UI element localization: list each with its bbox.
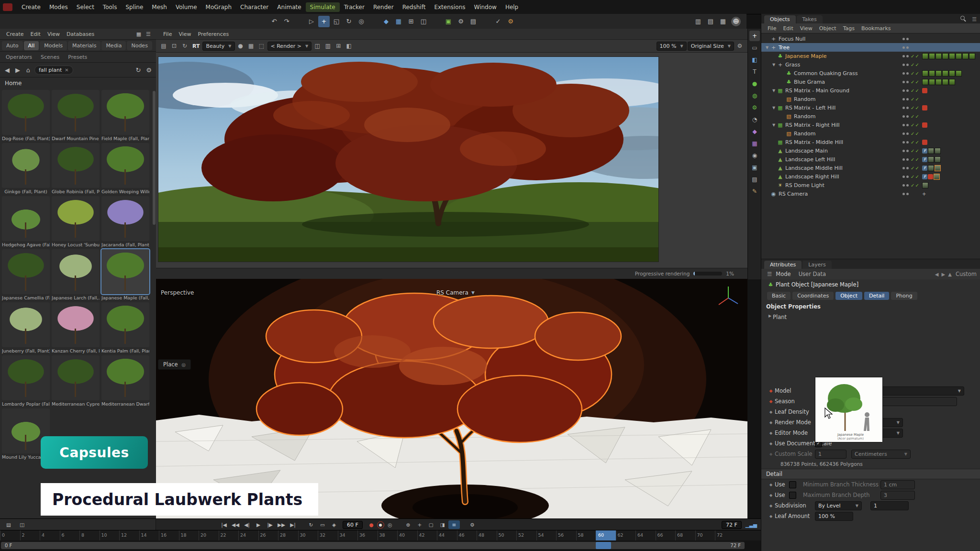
asset-filter-tab[interactable]: All [24,41,39,50]
object-row-rs-camera[interactable]: ◉ RS Camera + [761,189,980,198]
visibility-dots[interactable] [900,55,911,57]
asset-filter-tab[interactable]: Nodes [127,41,152,50]
expand-arrow-icon[interactable]: ▼ [771,123,777,127]
redshift-tag[interactable] [922,88,979,93]
visibility-dots[interactable] [900,115,911,118]
visibility-dots[interactable] [900,89,911,92]
menu-item[interactable]: Tools [99,2,122,12]
camera-menu-icon[interactable]: ▼ [471,290,475,295]
menu-item[interactable]: Create [17,2,45,12]
prev-key-icon[interactable]: ◀◀ [230,520,241,529]
visibility-dots[interactable] [900,72,911,75]
asset-category-tab[interactable]: Presets [64,53,91,61]
view-list-icon[interactable]: ☰ [144,30,153,38]
expand-arrow-icon[interactable]: ▼ [771,106,777,110]
detail-section-heading[interactable]: Detail [761,469,980,479]
keyframe-dot-icon[interactable]: ◆ [767,410,775,414]
om-menu-item[interactable]: Bookmarks [858,25,894,32]
loop-icon[interactable]: ↻ [305,520,317,529]
snap-magnet-icon[interactable]: ◆ [380,16,392,27]
asset-category-tab[interactable]: Scenes [37,53,63,61]
om-menu-item[interactable]: File [764,25,780,32]
settings-icon[interactable]: ⚙ [145,64,153,76]
histogram-icon[interactable]: ⊞ [334,41,343,51]
expand-arrow-icon[interactable]: ▼ [771,63,777,67]
asset-filter-tab[interactable]: Materials [68,41,100,50]
visibility-dots[interactable] [900,107,911,109]
asset-item[interactable]: Japanese Camellia (Fal... [2,249,50,300]
coord-system-icon[interactable]: ◎ [356,16,367,27]
prev-frame-icon[interactable]: ◀| [241,520,253,529]
breadcrumb[interactable]: Home [0,77,156,89]
object-row-tree[interactable]: ▼+ Tree [761,43,980,52]
ram-player-icon[interactable]: ▁▃▅ [745,520,758,529]
visibility-dots[interactable] [900,38,911,40]
tab-basic[interactable]: Basic [767,292,791,300]
max-branch-field[interactable]: 3 [880,491,915,500]
visibility-dots[interactable] [900,46,911,49]
keyframe-dot-icon[interactable]: ◆ [767,504,775,508]
om-menu-item[interactable]: Edit [780,25,796,32]
object-tags[interactable] [922,182,979,188]
workplane-icon[interactable]: ⊞ [405,16,417,27]
asset-item[interactable]: Golden Weeping Willo... [101,143,149,194]
measure-tool-icon[interactable]: ◔ [749,114,760,125]
min-branch-field[interactable]: 1 cm [880,480,915,489]
nav-back-icon[interactable]: ◀ [935,272,939,277]
layout-3-icon[interactable]: ▦ [717,16,729,27]
asset-category-tab[interactable]: Operators [2,53,36,61]
user-avatar[interactable]: ☻ [731,17,741,26]
array-tool-icon[interactable]: ▦ [749,138,760,149]
autokey-icon[interactable]: ● [377,521,384,529]
view-grid-icon[interactable]: ▦ [134,30,143,38]
polygons-mode-icon[interactable]: ⚙ [749,102,760,113]
object-row-random[interactable]: ▧ Random ✓✓ [761,112,980,121]
place-tool-panel[interactable]: Place ◎ [158,359,191,370]
layout-1-icon[interactable]: ▥ [692,16,704,27]
max-branch-use-checkbox[interactable] [789,492,796,499]
subdivision-dropdown[interactable]: By Level▼ [815,501,862,510]
asset-item[interactable]: Dwarf Mountain Pine (... [52,90,100,141]
asset-item[interactable]: Lombardy Poplar (Fall... [2,355,50,407]
material-tags[interactable] [922,53,979,59]
tab-coordinates[interactable]: Coordinates [792,292,834,300]
current-frame-marker[interactable]: 60 [596,530,616,541]
expand-arrow-icon[interactable]: ▼ [771,88,777,93]
keyframe-dot-icon[interactable]: ◆ [767,514,775,518]
om-menu-item[interactable]: Tags [840,25,858,32]
back-icon[interactable]: ◀ [3,64,11,76]
pla-key-icon[interactable]: ≡ [448,520,460,529]
viewport[interactable]: Perspective RS Camera ▼ Place ◎ [156,279,747,518]
visibility-dots[interactable] [900,141,911,143]
asset-item[interactable]: Japanese Larch (Fall,... [52,249,100,300]
add-tag-icon[interactable]: + [922,191,979,197]
custom-label[interactable]: Custom [956,271,977,277]
visibility-dots[interactable] [900,132,911,135]
menu-item[interactable]: Redshift [398,2,430,12]
keyframe-dot-icon[interactable]: ◆ [767,431,775,435]
object-tags[interactable] [922,174,979,180]
tab-phong[interactable]: Phong [891,292,917,300]
move-tool-icon[interactable]: + [318,16,330,27]
goto-end-icon[interactable]: ▶| [287,520,299,529]
edges-mode-icon[interactable]: ◍ [749,90,760,101]
ipr-icon[interactable]: ▤ [468,16,479,27]
snapshot-icon[interactable]: ▥ [323,41,333,51]
object-row-focus-null[interactable]: + Focus Null [761,34,980,43]
menu-item[interactable]: Window [470,2,501,12]
visibility-dots[interactable] [900,124,911,126]
sound-icon[interactable]: ◈ [328,520,340,529]
redshift-tag[interactable] [922,105,979,110]
hamburger-icon[interactable]: ☰ [767,271,772,277]
footer-grid-icon[interactable]: ◫ [16,520,28,529]
tab-attributes[interactable]: Attributes [764,261,802,269]
object-row-landscape-main[interactable]: ▲ Landscape Main ✓✓ [761,146,980,155]
renderer-dropdown[interactable]: < Render >▼ [267,42,312,51]
object-row-rs-matrix-left-hill[interactable]: ▼▦ RS Matrix - Left Hill ✓✓ [761,103,980,112]
visibility-dots[interactable] [900,184,911,187]
om-menu-item[interactable]: Object [816,25,840,32]
rv-settings-icon[interactable]: ⚙ [735,41,745,51]
keyframe-dot-icon[interactable]: ◆ [767,483,775,487]
menu-item[interactable]: Animate [273,2,305,12]
asset-item[interactable]: Jacaranda (Fall, Plant) [101,196,149,247]
